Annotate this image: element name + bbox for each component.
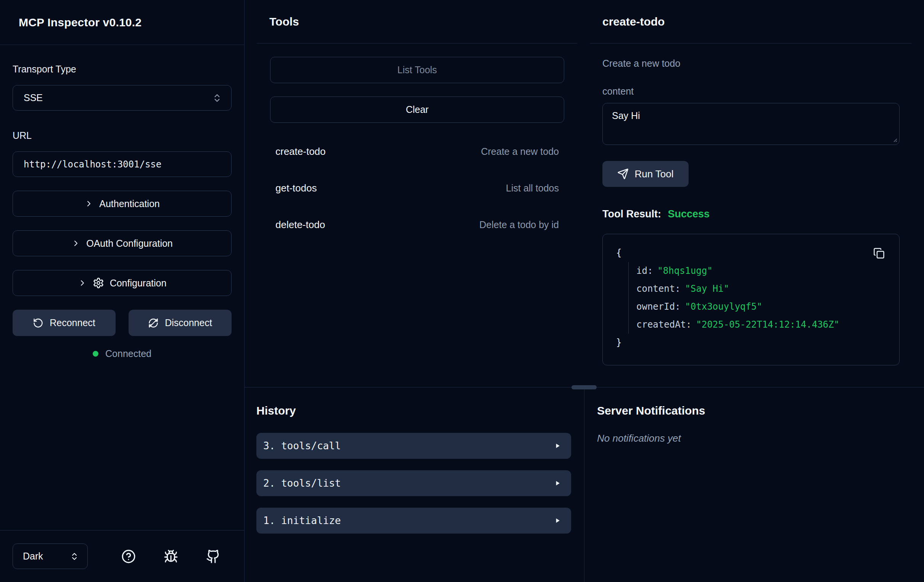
clear-tools-button[interactable]: Clear <box>270 97 564 123</box>
list-tools-button[interactable]: List Tools <box>270 57 564 83</box>
content-field[interactable]: Say Hi <box>602 103 899 145</box>
rotate-ccw-icon <box>33 318 43 328</box>
json-key: id: <box>636 265 653 276</box>
tools-list: create-todo Create a new todo get-todos … <box>270 133 564 243</box>
oauth-configuration-toggle[interactable]: OAuth Configuration <box>13 230 231 256</box>
bottom-row: History 3. tools/call 2. tools/list <box>244 387 924 582</box>
history-panel: History 3. tools/call 2. tools/list <box>244 387 584 582</box>
connection-status: Connected <box>13 348 231 359</box>
url-label: URL <box>13 129 231 142</box>
chevrons-up-down-icon <box>212 93 222 103</box>
panel-resize-handle[interactable] <box>571 385 597 389</box>
transport-type-select[interactable]: SSE <box>13 85 231 110</box>
json-key: ownerId: <box>636 301 681 312</box>
copy-icon <box>873 247 886 259</box>
sidebar: MCP Inspector v0.10.2 Transport Type SSE… <box>0 0 244 582</box>
connected-dot-icon <box>93 351 99 356</box>
sidebar-footer: Dark <box>0 530 244 582</box>
bug-icon <box>164 549 178 564</box>
history-item-label: 1. initialize <box>263 515 341 526</box>
run-tool-button[interactable]: Run Tool <box>602 161 689 187</box>
url-input[interactable]: http://localhost:3001/sse <box>13 152 231 177</box>
json-entry: ownerId:"0tx3ouylyqf5" <box>636 298 899 316</box>
no-notifications-message: No notifications yet <box>597 432 924 444</box>
json-value: "8hqs1ugg" <box>657 265 713 276</box>
json-value: "Say Hi" <box>685 284 729 294</box>
server-notifications-panel: Server Notifications No notifications ye… <box>584 387 924 582</box>
help-button[interactable] <box>121 549 136 564</box>
gear-icon <box>93 277 104 289</box>
reconnect-button[interactable]: Reconnect <box>13 310 116 336</box>
tools-panel-header: Tools <box>244 0 584 43</box>
tool-row-delete-todo[interactable]: delete-todo Delete a todo by id <box>276 206 559 243</box>
history-title: History <box>256 403 571 419</box>
disconnect-label: Disconnect <box>165 317 212 328</box>
github-icon <box>206 549 221 564</box>
tool-detail-header: create-todo <box>584 0 924 43</box>
json-key: content: <box>636 284 681 294</box>
tools-body: List Tools Clear create-todo Create a ne… <box>244 43 584 243</box>
sidebar-body: Transport Type SSE URL http://localhost:… <box>0 45 244 530</box>
tools-panel-title: Tools <box>269 15 299 28</box>
tool-description: List all todos <box>506 183 559 194</box>
report-bug-button[interactable] <box>163 549 178 564</box>
tool-row-get-todos[interactable]: get-todos List all todos <box>276 170 559 206</box>
expand-play-icon <box>554 517 561 524</box>
json-close-brace: } <box>616 334 899 352</box>
json-value: "0tx3ouylyqf5" <box>685 301 762 312</box>
history-item-tools-list[interactable]: 2. tools/list <box>256 470 571 496</box>
run-tool-label: Run Tool <box>634 168 673 180</box>
history-item-label: 3. tools/call <box>263 440 341 452</box>
tool-name: create-todo <box>276 146 326 158</box>
tool-row-create-todo[interactable]: create-todo Create a new todo <box>276 133 559 170</box>
tool-detail-description: Create a new todo <box>602 58 899 69</box>
tool-detail-title: create-todo <box>602 15 665 28</box>
copy-result-button[interactable] <box>873 247 886 259</box>
tool-name: delete-todo <box>276 219 325 231</box>
tool-detail-body: Create a new todo content Say Hi Run Too… <box>584 43 924 365</box>
github-button[interactable] <box>206 549 221 564</box>
content-field-label: content <box>602 86 899 97</box>
send-icon <box>617 168 629 180</box>
footer-icons <box>121 549 221 564</box>
json-entry: createdAt:"2025-05-22T14:12:14.436Z" <box>636 316 899 334</box>
tool-result-json: { id:"8hqs1ugg" content:"Say Hi" ownerId… <box>602 234 899 365</box>
history-list: 3. tools/call 2. tools/list 1. initializ… <box>256 433 571 534</box>
authentication-toggle[interactable]: Authentication <box>13 191 231 217</box>
tool-result-label: Tool Result: <box>602 208 661 220</box>
tool-description: Delete a todo by id <box>480 219 559 230</box>
tool-detail-panel: create-todo Create a new todo content Sa… <box>584 0 924 387</box>
disconnect-button[interactable]: Disconnect <box>129 310 231 336</box>
json-open-brace: { <box>616 244 899 262</box>
chevron-right-icon <box>78 279 87 288</box>
mcp-inspector-app: MCP Inspector v0.10.2 Transport Type SSE… <box>0 0 924 582</box>
transport-type-label: Transport Type <box>13 63 231 75</box>
chevron-right-icon <box>71 239 81 248</box>
theme-select[interactable]: Dark <box>13 544 88 569</box>
json-entries: id:"8hqs1ugg" content:"Say Hi" ownerId:"… <box>628 262 899 334</box>
tools-panel: Tools List Tools Clear create-todo Creat… <box>244 0 584 387</box>
chevron-right-icon <box>84 199 94 208</box>
tool-result-status: Success <box>668 208 710 220</box>
configuration-toggle[interactable]: Configuration <box>13 270 231 296</box>
connection-buttons: Reconnect Disconnect <box>13 310 231 336</box>
tool-result-line: Tool Result: Success <box>602 208 899 220</box>
history-item-tools-call[interactable]: 3. tools/call <box>256 433 571 459</box>
expand-play-icon <box>554 480 561 487</box>
authentication-label: Authentication <box>99 198 160 209</box>
json-value: "2025-05-22T14:12:14.436Z" <box>696 319 840 330</box>
content-field-wrap: Say Hi <box>602 103 899 147</box>
chevrons-up-down-icon <box>70 552 79 561</box>
history-item-initialize[interactable]: 1. initialize <box>256 508 571 534</box>
expand-play-icon <box>554 442 561 450</box>
configuration-label: Configuration <box>110 278 167 289</box>
url-value: http://localhost:3001/sse <box>24 159 162 170</box>
resize-grip-icon[interactable] <box>891 137 898 143</box>
sidebar-header: MCP Inspector v0.10.2 <box>0 0 244 45</box>
json-entry: content:"Say Hi" <box>636 280 899 298</box>
history-item-label: 2. tools/list <box>263 478 341 489</box>
app-title: MCP Inspector v0.10.2 <box>19 16 142 29</box>
transport-type-value: SSE <box>24 92 43 103</box>
circle-help-icon <box>121 549 136 564</box>
json-key: createdAt: <box>636 319 692 330</box>
